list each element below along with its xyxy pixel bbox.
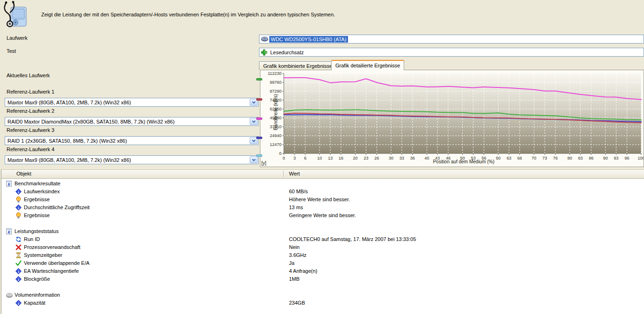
row-label: Laufwerksindex	[24, 188, 59, 196]
legend-marker-series-1	[256, 78, 262, 80]
x-axis-title: Position auf dem Medium (%)	[356, 159, 571, 164]
table-spacer-row	[1, 283, 644, 291]
referenz-4-value[interactable]: Maxtor Max9 (80GB, ATA100, 2MB, 7.2k) (W…	[7, 157, 132, 163]
table-row[interactable]: Run IDCOOLTECH0 auf Samstag, 17. März 20…	[1, 235, 644, 243]
row-label: Volumeninformation	[15, 291, 60, 299]
info-icon: i	[15, 189, 22, 195]
test-label: Test	[7, 48, 16, 54]
row-label: Benchmarkresultate	[15, 180, 60, 188]
column-divider[interactable]	[283, 171, 284, 177]
referenz-3-combobox[interactable]: RAID 1 (2x36GB, SATA150, 8MB, 7.2k) (Win…	[5, 136, 259, 145]
referenz-4-combobox[interactable]: Maxtor Max9 (80GB, ATA100, 2MB, 7.2k) (W…	[5, 155, 259, 164]
referenz-2-label: Referenz-Laufwerk 2	[7, 108, 54, 114]
table-row[interactable]: iEA Warteschlangentiefe4 Anfrage(n)	[1, 267, 644, 275]
table-row[interactable]: RLeistungsteststatus	[1, 227, 644, 235]
plus-icon	[261, 49, 268, 55]
table-row[interactable]: iDurchschnittliche Zugriffszeit13 ms	[1, 204, 644, 212]
row-value: 234GB	[289, 299, 305, 307]
svg-text:R: R	[7, 230, 10, 234]
tab-label: Grafik kombinierte Ergebnisse	[263, 63, 332, 69]
row-value: 4 Anfrage(n)	[289, 267, 318, 275]
laufwerk-selected-value[interactable]: WDC WD2500YS-01SHB0 (ATA)	[269, 36, 348, 43]
row-label: Prozessorverwandschaft	[24, 243, 80, 251]
results-table: Objekt Wert RBenchmarkresultateiLaufwerk…	[1, 169, 644, 314]
chart-legend	[256, 70, 263, 166]
benchmark-icon: R	[6, 228, 12, 234]
referenz-3-value[interactable]: RAID 1 (2x36GB, SATA150, 8MB, 7.2k) (Win…	[7, 138, 128, 144]
column-header-objekt[interactable]: Objekt	[16, 171, 31, 176]
results-table-body: RBenchmarkresultateiLaufwerksindex60 MB/…	[1, 180, 644, 307]
aktuelles-laufwerk-label: Aktuelles Laufwerk	[7, 73, 50, 78]
legend-marker-series-4	[256, 137, 262, 139]
info-icon: i	[15, 268, 22, 274]
benchmark-icon: R	[6, 181, 12, 187]
column-header-wert[interactable]: Wert	[289, 171, 300, 176]
axis-corner-label: [y]	[261, 161, 266, 166]
table-row[interactable]: ErgebnisseHöhere Werte sind besser.	[1, 196, 644, 204]
row-value: COOLTECH0 auf Samstag, 17. März 2007 bei…	[289, 235, 416, 243]
test-selected-value[interactable]: Lesedurchsatz	[269, 49, 305, 56]
test-combobox[interactable]: Lesedurchsatz	[259, 48, 644, 57]
svg-text:96: 96	[624, 156, 629, 161]
row-value: 13 ms	[289, 204, 303, 212]
table-row[interactable]: Volumeninformation	[1, 291, 644, 299]
table-row[interactable]: ProzessorverwandschaftNein	[1, 243, 644, 251]
referenz-1-label: Referenz-Laufwerk 1	[7, 89, 54, 95]
row-label: Systemzeitgeber	[24, 251, 62, 259]
bulb-icon	[15, 212, 22, 219]
row-label: Kapazität	[24, 299, 45, 307]
svg-text:100: 100	[637, 156, 644, 161]
row-label: Leistungsteststatus	[15, 227, 59, 235]
tab-grafik-kombinierte-ergebnisse[interactable]: Grafik kombinierte Ergebnisse	[259, 61, 336, 70]
referenz-4-label: Referenz-Laufwerk 4	[7, 146, 54, 152]
referenz-1-combobox[interactable]: Maxtor Max9 (80GB, ATA100, 2MB, 7.2k) (W…	[5, 98, 259, 107]
row-value: Nein	[289, 243, 300, 251]
referenz-2-combobox[interactable]: RAID0 Maxtor DiamondMax (2x80GB, SATA150…	[5, 117, 259, 126]
referenz-3-label: Referenz-Laufwerk 3	[7, 127, 54, 133]
row-label: Durchschnittliche Zugriffszeit	[24, 204, 89, 212]
y-axis-title: Bandbreite (kB/s)	[273, 75, 278, 150]
row-label: EA Warteschlangentiefe	[24, 267, 79, 275]
volume-icon	[6, 292, 12, 298]
row-value: Ja	[289, 259, 295, 267]
svg-text:86: 86	[589, 156, 593, 161]
row-label: Run ID	[24, 235, 40, 243]
results-table-header: Objekt Wert	[1, 170, 644, 179]
table-row[interactable]: Systemzeitgeber3.6GHz	[1, 251, 644, 259]
svg-text:6: 6	[304, 156, 306, 161]
throughput-chart: 0124702494037410498806235074820872909976…	[260, 70, 644, 167]
benchmark-app-window: { "header": { "description": "Zeigt die …	[0, 0, 644, 314]
table-row[interactable]: iKapazität234GB	[1, 299, 644, 307]
svg-text:90: 90	[603, 156, 608, 161]
info-icon: i	[15, 300, 22, 306]
svg-text:13: 13	[328, 156, 333, 161]
row-value: 1MB	[289, 275, 300, 283]
module-description: Zeigt die Leistung der mit den Speichera…	[41, 12, 335, 17]
cross-icon	[15, 244, 22, 250]
svg-text:R: R	[7, 182, 10, 187]
tab-grafik-detailierte-ergebnisse[interactable]: Grafik detailierte Ergebnisse	[331, 60, 404, 70]
referenz-2-value[interactable]: RAID0 Maxtor DiamondMax (2x80GB, SATA150…	[7, 118, 176, 125]
legend-marker-series-5	[256, 154, 262, 157]
run-icon	[15, 236, 22, 242]
table-row[interactable]: iLaufwerksindex60 MB/s	[1, 188, 644, 196]
table-row[interactable]: RBenchmarkresultate	[1, 180, 644, 188]
bulb-icon	[15, 197, 22, 203]
table-spacer-row	[1, 219, 644, 227]
svg-text:16: 16	[339, 156, 343, 161]
svg-text:0: 0	[282, 156, 285, 161]
throughput-chart-panel: 0124702494037410498806235074820872909976…	[260, 70, 644, 167]
info-icon: i	[15, 204, 22, 211]
referenz-1-value[interactable]: Maxtor Max9 (80GB, ATA100, 2MB, 7.2k) (W…	[7, 99, 132, 106]
laufwerk-label: Laufwerk	[7, 35, 28, 41]
table-row[interactable]: Verwende überlappende E/AJa	[1, 259, 644, 267]
hard-disk-icon	[261, 36, 268, 42]
laufwerk-combobox[interactable]: WDC WD2500YS-01SHB0 (ATA)	[259, 35, 644, 44]
row-label: Ergebnisse	[24, 212, 50, 219]
legend-marker-series-3	[256, 117, 262, 120]
table-row[interactable]: iBlockgröße1MB	[1, 275, 644, 283]
check-icon	[15, 260, 22, 266]
svg-text:83: 83	[578, 156, 583, 161]
row-label: Blockgröße	[24, 275, 50, 283]
table-row[interactable]: ErgebnisseGeringere Werte sind besser.	[1, 212, 644, 219]
